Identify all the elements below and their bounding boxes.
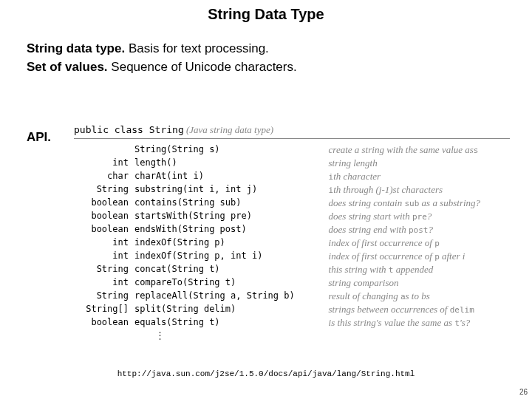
signature: indexOf(String p, int i): [132, 250, 326, 263]
table-row: booleanequals(String t)is this string's …: [74, 316, 510, 330]
signature: split(String delim): [132, 303, 326, 316]
table-row: intindexOf(String p, int i)index of firs…: [74, 250, 510, 263]
description: does string end with post?: [326, 223, 510, 236]
api-table: String(String s)create a string with the…: [74, 143, 510, 330]
return-type: int: [74, 276, 132, 290]
table-row: booleanstartsWith(String pre)does string…: [74, 210, 510, 223]
body-text: String data type. Basis for text process…: [0, 23, 532, 76]
description: string length: [326, 157, 510, 170]
table-row: String(String s)create a string with the…: [74, 143, 510, 157]
reference-url: http://java.sun.com/j2se/1.5.0/docs/api/…: [0, 369, 532, 378]
return-type: [74, 143, 132, 157]
table-row: booleanendsWith(String post)does string …: [74, 223, 510, 236]
return-type: String: [74, 183, 132, 197]
table-row: booleancontains(String sub)does string c…: [74, 197, 510, 210]
signature: concat(String t): [132, 263, 326, 276]
return-type: String: [74, 290, 132, 303]
table-row: String[]split(String delim)strings betwe…: [74, 303, 510, 316]
return-type: boolean: [74, 197, 132, 210]
signature: startsWith(String pre): [132, 210, 326, 223]
return-type: int: [74, 157, 132, 170]
return-type: char: [74, 170, 132, 183]
api-header-paren: (Java string data type): [186, 124, 273, 135]
table-row: intlength()string length: [74, 157, 510, 170]
table-row: StringreplaceAll(String a, String b)resu…: [74, 290, 510, 303]
table-row: Stringconcat(String t)this string with t…: [74, 263, 510, 276]
slide-title: String Data Type: [0, 0, 532, 23]
line1-bold: String data type.: [27, 41, 125, 55]
signature: compareTo(String t): [132, 276, 326, 290]
return-type: String[]: [74, 303, 132, 316]
api-label: API.: [27, 130, 51, 145]
api-header-class: public class String: [74, 124, 184, 135]
line2-bold: Set of values.: [27, 60, 108, 74]
return-type: int: [74, 236, 132, 250]
description: string comparison: [326, 276, 510, 290]
page-number: 26: [519, 388, 528, 396]
api-header: public class String (Java string data ty…: [74, 124, 510, 139]
description: ith character: [326, 170, 510, 183]
return-type: boolean: [74, 223, 132, 236]
line1-rest: Basis for text processing.: [125, 41, 269, 55]
signature: charAt(int i): [132, 170, 326, 183]
description: strings between occurrences of delim: [326, 303, 510, 316]
signature: substring(int i, int j): [132, 183, 326, 197]
table-row: Stringsubstring(int i, int j)ith through…: [74, 183, 510, 197]
return-type: boolean: [74, 210, 132, 223]
signature: replaceAll(String a, String b): [132, 290, 326, 303]
line2-rest: Sequence of Unicode characters.: [108, 60, 297, 74]
signature: indexOf(String p): [132, 236, 326, 250]
description: index of first occurrence of p: [326, 236, 510, 250]
table-row: intcompareTo(String t)string comparison: [74, 276, 510, 290]
description: result of changing as to bs: [326, 290, 510, 303]
return-type: String: [74, 263, 132, 276]
return-type: boolean: [74, 316, 132, 330]
description: does string start with pre?: [326, 210, 510, 223]
signature: contains(String sub): [132, 197, 326, 210]
description: index of first occurrence of p after i: [326, 250, 510, 263]
api-ellipsis: ⋮: [74, 330, 510, 341]
signature: endsWith(String post): [132, 223, 326, 236]
description: this string with t appended: [326, 263, 510, 276]
description: ith through (j-1)st characters: [326, 183, 510, 197]
description: does string contain sub as a substring?: [326, 197, 510, 210]
table-row: intindexOf(String p)index of first occur…: [74, 236, 510, 250]
return-type: int: [74, 250, 132, 263]
signature: equals(String t): [132, 316, 326, 330]
description: create a string with the same value ass: [326, 143, 510, 157]
signature: String(String s): [132, 143, 326, 157]
signature: length(): [132, 157, 326, 170]
table-row: charcharAt(int i)ith character: [74, 170, 510, 183]
description: is this string's value the same as t's?: [326, 316, 510, 330]
api-box: public class String (Java string data ty…: [74, 124, 510, 341]
